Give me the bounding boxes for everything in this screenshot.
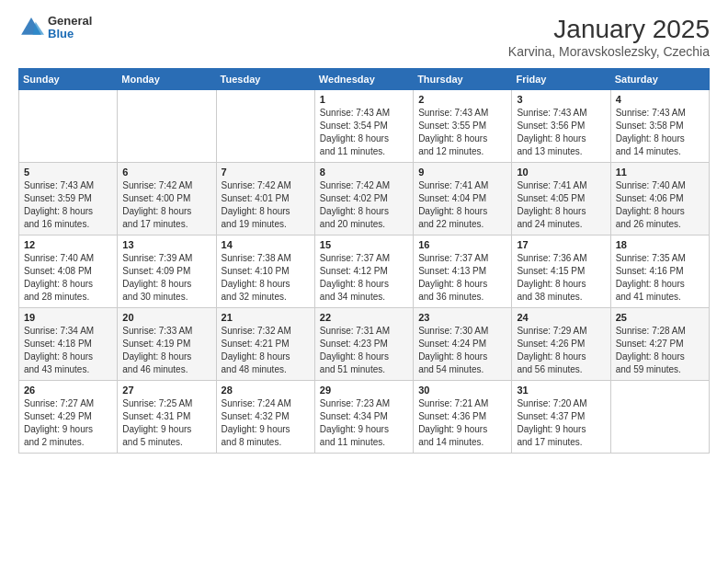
calendar-cell: 23Sunrise: 7:30 AM Sunset: 4:24 PM Dayli… <box>414 308 512 381</box>
calendar-table: SundayMondayTuesdayWednesdayThursdayFrid… <box>18 68 710 454</box>
logo-icon <box>18 15 44 40</box>
calendar-cell: 14Sunrise: 7:38 AM Sunset: 4:10 PM Dayli… <box>216 236 314 308</box>
calendar-cell: 22Sunrise: 7:31 AM Sunset: 4:23 PM Dayli… <box>314 308 413 381</box>
day-info: Sunrise: 7:42 AM Sunset: 4:00 PM Dayligh… <box>122 179 210 231</box>
day-header-thursday: Thursday <box>414 69 512 90</box>
calendar-cell: 6Sunrise: 7:42 AM Sunset: 4:00 PM Daylig… <box>118 163 216 236</box>
day-number: 21 <box>222 312 310 323</box>
calendar-cell: 13Sunrise: 7:39 AM Sunset: 4:09 PM Dayli… <box>118 236 216 308</box>
calendar-cell <box>610 381 709 454</box>
day-number: 24 <box>517 312 605 323</box>
day-info: Sunrise: 7:40 AM Sunset: 4:08 PM Dayligh… <box>24 252 112 304</box>
day-number: 15 <box>320 239 408 250</box>
title-block: January 2025 Karvina, Moravskoslezsky, C… <box>508 15 710 59</box>
header: General Blue January 2025 Karvina, Morav… <box>18 15 710 59</box>
day-number: 18 <box>616 239 704 250</box>
day-header-row: SundayMondayTuesdayWednesdayThursdayFrid… <box>19 69 710 90</box>
day-info: Sunrise: 7:34 AM Sunset: 4:18 PM Dayligh… <box>24 325 112 376</box>
calendar-cell: 20Sunrise: 7:33 AM Sunset: 4:19 PM Dayli… <box>118 308 216 381</box>
calendar-cell: 17Sunrise: 7:36 AM Sunset: 4:15 PM Dayli… <box>512 236 610 308</box>
calendar-cell: 19Sunrise: 7:34 AM Sunset: 4:18 PM Dayli… <box>19 308 118 381</box>
logo-text: General Blue <box>48 15 92 41</box>
day-info: Sunrise: 7:33 AM Sunset: 4:19 PM Dayligh… <box>122 325 210 376</box>
week-row-2: 5Sunrise: 7:43 AM Sunset: 3:59 PM Daylig… <box>19 163 710 236</box>
calendar-cell: 2Sunrise: 7:43 AM Sunset: 3:55 PM Daylig… <box>414 90 512 163</box>
calendar-cell: 4Sunrise: 7:43 AM Sunset: 3:58 PM Daylig… <box>610 90 709 163</box>
day-header-wednesday: Wednesday <box>314 69 413 90</box>
day-number: 10 <box>517 167 605 178</box>
day-info: Sunrise: 7:41 AM Sunset: 4:04 PM Dayligh… <box>418 179 506 231</box>
day-info: Sunrise: 7:37 AM Sunset: 4:12 PM Dayligh… <box>320 252 408 304</box>
calendar-cell: 24Sunrise: 7:29 AM Sunset: 4:26 PM Dayli… <box>512 308 610 381</box>
day-number: 20 <box>122 312 210 323</box>
day-number: 27 <box>122 385 210 396</box>
day-number: 31 <box>517 385 605 396</box>
location: Karvina, Moravskoslezsky, Czechia <box>508 44 710 59</box>
calendar-cell: 9Sunrise: 7:41 AM Sunset: 4:04 PM Daylig… <box>414 163 512 236</box>
calendar-cell: 30Sunrise: 7:21 AM Sunset: 4:36 PM Dayli… <box>414 381 512 454</box>
day-info: Sunrise: 7:43 AM Sunset: 3:54 PM Dayligh… <box>320 107 408 158</box>
calendar-cell: 31Sunrise: 7:20 AM Sunset: 4:37 PM Dayli… <box>512 381 610 454</box>
calendar-cell: 12Sunrise: 7:40 AM Sunset: 4:08 PM Dayli… <box>19 236 118 308</box>
day-info: Sunrise: 7:32 AM Sunset: 4:21 PM Dayligh… <box>222 325 310 376</box>
day-header-monday: Monday <box>118 69 216 90</box>
calendar-cell: 10Sunrise: 7:41 AM Sunset: 4:05 PM Dayli… <box>512 163 610 236</box>
logo: General Blue <box>18 15 92 41</box>
week-row-3: 12Sunrise: 7:40 AM Sunset: 4:08 PM Dayli… <box>19 236 710 308</box>
week-row-5: 26Sunrise: 7:27 AM Sunset: 4:29 PM Dayli… <box>19 381 710 454</box>
day-number: 5 <box>24 167 112 178</box>
day-number: 28 <box>222 385 310 396</box>
day-info: Sunrise: 7:25 AM Sunset: 4:31 PM Dayligh… <box>122 397 210 449</box>
month-title: January 2025 <box>508 15 710 44</box>
day-info: Sunrise: 7:43 AM Sunset: 3:55 PM Dayligh… <box>418 107 506 158</box>
day-info: Sunrise: 7:42 AM Sunset: 4:01 PM Dayligh… <box>222 179 310 231</box>
day-number: 11 <box>616 167 704 178</box>
day-number: 13 <box>122 239 210 250</box>
calendar-cell: 26Sunrise: 7:27 AM Sunset: 4:29 PM Dayli… <box>19 381 118 454</box>
calendar-cell: 21Sunrise: 7:32 AM Sunset: 4:21 PM Dayli… <box>216 308 314 381</box>
day-number: 1 <box>320 94 408 105</box>
day-info: Sunrise: 7:28 AM Sunset: 4:27 PM Dayligh… <box>616 325 704 376</box>
day-number: 4 <box>616 94 704 105</box>
day-info: Sunrise: 7:41 AM Sunset: 4:05 PM Dayligh… <box>517 179 605 231</box>
day-info: Sunrise: 7:29 AM Sunset: 4:26 PM Dayligh… <box>517 325 605 376</box>
day-header-friday: Friday <box>512 69 610 90</box>
week-row-4: 19Sunrise: 7:34 AM Sunset: 4:18 PM Dayli… <box>19 308 710 381</box>
day-info: Sunrise: 7:24 AM Sunset: 4:32 PM Dayligh… <box>222 397 310 449</box>
calendar-cell: 27Sunrise: 7:25 AM Sunset: 4:31 PM Dayli… <box>118 381 216 454</box>
day-number: 29 <box>320 385 408 396</box>
calendar-cell: 5Sunrise: 7:43 AM Sunset: 3:59 PM Daylig… <box>19 163 118 236</box>
day-header-sunday: Sunday <box>19 69 118 90</box>
day-number: 8 <box>320 167 408 178</box>
day-info: Sunrise: 7:42 AM Sunset: 4:02 PM Dayligh… <box>320 179 408 231</box>
calendar-cell <box>216 90 314 163</box>
day-info: Sunrise: 7:36 AM Sunset: 4:15 PM Dayligh… <box>517 252 605 304</box>
day-number: 30 <box>418 385 506 396</box>
calendar-cell: 3Sunrise: 7:43 AM Sunset: 3:56 PM Daylig… <box>512 90 610 163</box>
day-info: Sunrise: 7:21 AM Sunset: 4:36 PM Dayligh… <box>418 397 506 449</box>
calendar-cell: 29Sunrise: 7:23 AM Sunset: 4:34 PM Dayli… <box>314 381 413 454</box>
day-number: 22 <box>320 312 408 323</box>
day-number: 23 <box>418 312 506 323</box>
day-number: 6 <box>122 167 210 178</box>
day-info: Sunrise: 7:37 AM Sunset: 4:13 PM Dayligh… <box>418 252 506 304</box>
day-info: Sunrise: 7:43 AM Sunset: 3:56 PM Dayligh… <box>517 107 605 158</box>
calendar-cell <box>19 90 118 163</box>
day-info: Sunrise: 7:43 AM Sunset: 3:58 PM Dayligh… <box>616 107 704 158</box>
day-info: Sunrise: 7:43 AM Sunset: 3:59 PM Dayligh… <box>24 179 112 231</box>
day-number: 12 <box>24 239 112 250</box>
week-row-1: 1Sunrise: 7:43 AM Sunset: 3:54 PM Daylig… <box>19 90 710 163</box>
day-header-tuesday: Tuesday <box>216 69 314 90</box>
calendar-cell: 15Sunrise: 7:37 AM Sunset: 4:12 PM Dayli… <box>314 236 413 308</box>
calendar-cell: 11Sunrise: 7:40 AM Sunset: 4:06 PM Dayli… <box>610 163 709 236</box>
calendar-cell: 7Sunrise: 7:42 AM Sunset: 4:01 PM Daylig… <box>216 163 314 236</box>
calendar-cell: 18Sunrise: 7:35 AM Sunset: 4:16 PM Dayli… <box>610 236 709 308</box>
day-number: 3 <box>517 94 605 105</box>
day-info: Sunrise: 7:31 AM Sunset: 4:23 PM Dayligh… <box>320 325 408 376</box>
day-info: Sunrise: 7:39 AM Sunset: 4:09 PM Dayligh… <box>122 252 210 304</box>
day-info: Sunrise: 7:20 AM Sunset: 4:37 PM Dayligh… <box>517 397 605 449</box>
day-info: Sunrise: 7:35 AM Sunset: 4:16 PM Dayligh… <box>616 252 704 304</box>
calendar-cell: 28Sunrise: 7:24 AM Sunset: 4:32 PM Dayli… <box>216 381 314 454</box>
day-number: 26 <box>24 385 112 396</box>
logo-blue-text: Blue <box>48 28 92 40</box>
